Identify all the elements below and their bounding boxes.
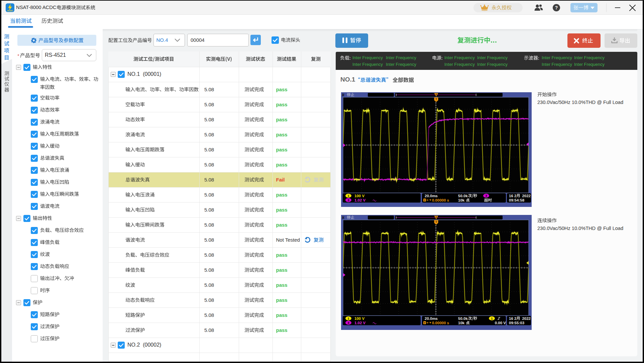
svg-text:50.0k: 50.0k [458, 317, 468, 321]
svg-text:T: T [424, 199, 426, 202]
svg-text:09:55:03: 09:55:03 [509, 321, 524, 325]
svg-text:1.02 V: 1.02 V [354, 321, 366, 325]
svg-text:16 2: 16 2 [509, 194, 516, 198]
svg-text:1: 1 [347, 317, 349, 320]
svg-text:0.00000 s: 0.00000 s [432, 198, 449, 202]
svg-text:?: ? [555, 5, 558, 10]
svg-text:T: T [424, 322, 426, 325]
svg-text:50.0k: 50.0k [458, 194, 468, 198]
svg-text:09:54:58: 09:54:58 [509, 198, 525, 202]
svg-text:16 2: 16 2 [509, 317, 516, 321]
svg-text:0.00000 s: 0.00000 s [432, 321, 449, 325]
svg-text:T: T [435, 98, 437, 101]
svg-text:T: T [435, 220, 437, 224]
svg-text:3: 3 [485, 194, 487, 198]
svg-text:10k: 10k [458, 198, 465, 202]
svg-text:k: k [342, 215, 345, 220]
svg-text:1: 1 [347, 194, 349, 198]
svg-text:20.0ms: 20.0ms [425, 194, 438, 198]
svg-text:ACDC: ACDC [7, 9, 13, 12]
svg-text:3: 3 [347, 321, 349, 325]
svg-text:3: 3 [347, 199, 349, 202]
svg-text:2022: 2022 [522, 194, 531, 198]
svg-text:20.0ms: 20.0ms [425, 317, 438, 321]
svg-text:10k: 10k [458, 321, 465, 325]
svg-text:0.00 V: 0.00 V [495, 321, 506, 325]
svg-text:2022: 2022 [522, 317, 531, 321]
svg-text:k: k [342, 92, 345, 97]
svg-text:1.02 V: 1.02 V [354, 198, 366, 202]
svg-text:1: 1 [491, 317, 493, 320]
svg-text:100 V: 100 V [354, 194, 364, 198]
svg-text:100 V: 100 V [354, 317, 364, 321]
